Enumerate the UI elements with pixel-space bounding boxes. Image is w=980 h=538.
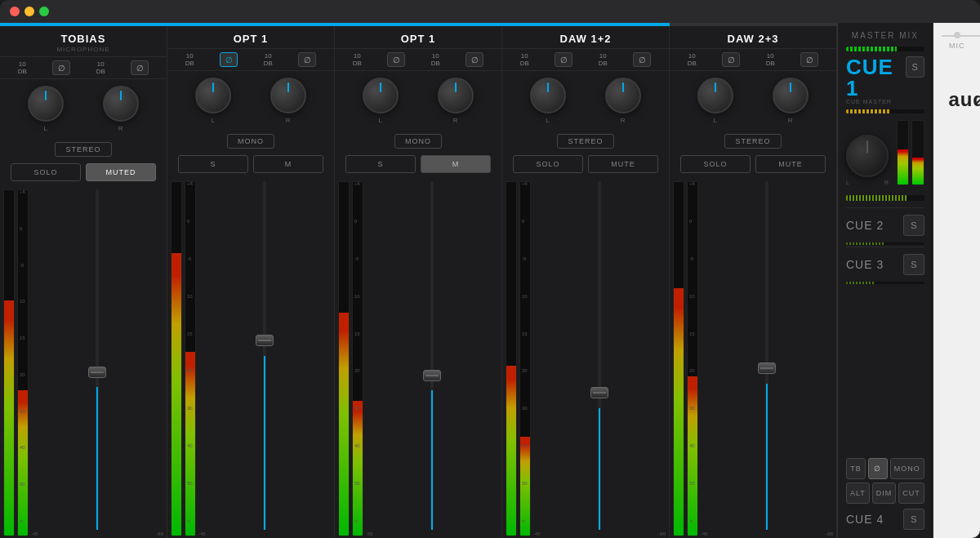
tobias-solo-btn[interactable]: SOLO: [11, 163, 81, 181]
alt-button[interactable]: ALT: [846, 482, 870, 504]
cut-button[interactable]: CUT: [898, 482, 924, 504]
daw23-knob-right[interactable]: [773, 78, 808, 113]
daw12-knob-R: R: [605, 78, 641, 124]
tobias-knob-L-label: L: [44, 125, 48, 132]
channel-daw12: DAW 1+2 10DB ∅ 10DB ∅ L: [502, 26, 670, 538]
opt1a-knob-right[interactable]: [270, 78, 306, 113]
cue2-label: CUE 2: [846, 219, 884, 232]
tobias-phase1[interactable]: ∅: [52, 60, 70, 75]
cue1-title: CUE 1: [846, 56, 906, 99]
close-button[interactable]: [10, 7, 20, 16]
opt1a-m-btn[interactable]: M: [253, 155, 323, 173]
tobias-knob-R-label: R: [118, 125, 123, 132]
channels-container: TOBIAS MICROPHONE 10DB ∅ 10DB ∅ L: [0, 26, 837, 538]
cue3-dot-bar: [846, 242, 924, 245]
daw12-phase2[interactable]: ∅: [633, 52, 651, 67]
cue1-knob-R: R: [884, 180, 889, 185]
cue3-row: CUE 3 S: [846, 247, 924, 282]
daw12-solo-btn[interactable]: SOLO: [513, 155, 583, 173]
daw23-mute-btn[interactable]: MUTE: [755, 155, 826, 173]
opt1a-db2: 10DB: [264, 52, 273, 67]
daw12-stereo-row: STEREO: [502, 131, 669, 152]
opt1a-stereo-btn[interactable]: MONO: [227, 134, 274, 149]
opt1a-fader-handle[interactable]: [256, 335, 274, 346]
channel-opt1-b: OPT 1 10DB ∅ 10DB ∅ L: [335, 26, 502, 538]
opt1b-phase1[interactable]: ∅: [387, 52, 405, 67]
audient-sidebar: MIC OPT DAW audient iD: [933, 23, 980, 538]
cue4-s-button[interactable]: S: [903, 509, 924, 530]
opt1a-knob-left[interactable]: [195, 78, 231, 113]
minimize-button[interactable]: [24, 7, 34, 16]
maximize-button[interactable]: [39, 7, 49, 16]
opt1b-header: OPT 1: [335, 26, 501, 49]
tobias-knobs-row: L R: [0, 79, 167, 139]
svg-text:audient: audient: [948, 88, 980, 110]
opt1b-phase2[interactable]: ∅: [466, 52, 483, 67]
daw12-knob-right[interactable]: [605, 78, 641, 113]
daw23-knob-left[interactable]: [697, 78, 733, 113]
bottom-buttons-row2: ALT DIM CUT: [846, 482, 924, 504]
opt1b-bottom-label: -56: [366, 531, 373, 536]
daw23-solo-mute-row: SOLO MUTE: [670, 152, 836, 176]
opt1b-m-btn[interactable]: M: [421, 155, 491, 173]
daw12-bottom-label-L: -45: [533, 531, 541, 536]
id-label: iD: [942, 120, 980, 130]
daw12-header: DAW 1+2: [502, 26, 669, 49]
main-content: TOBIAS MICROPHONE 10DB ∅ 10DB ∅ L: [0, 23, 980, 538]
daw23-phase2[interactable]: ∅: [800, 52, 818, 67]
audient-logo: audient iD: [942, 82, 980, 130]
daw23-db2: 10DB: [766, 52, 775, 67]
daw12-mute-btn[interactable]: MUTE: [588, 155, 658, 173]
cue1-s-button[interactable]: S: [906, 56, 924, 78]
cue1-sub: CUE MASTER: [846, 99, 906, 104]
mono-button[interactable]: MONO: [890, 458, 924, 479]
opt1b-fader-handle[interactable]: [423, 370, 441, 381]
opt1b-knob-right[interactable]: [438, 78, 474, 113]
opt1b-name: OPT 1: [343, 33, 493, 45]
daw12-fader-handle[interactable]: [590, 387, 608, 398]
daw12-db2: 10DB: [599, 52, 608, 67]
master-vu-top: [846, 47, 924, 51]
daw12-phase1[interactable]: ∅: [555, 52, 572, 67]
tobias-fader-handle[interactable]: [88, 367, 106, 378]
daw12-bottom-label-R: -88: [658, 531, 666, 536]
phase-button[interactable]: ∅: [868, 458, 888, 479]
daw23-stereo-btn[interactable]: STEREO: [724, 134, 781, 149]
opt1b-knob-left[interactable]: [363, 78, 399, 113]
daw12-knob-left[interactable]: [530, 78, 566, 113]
cue3-s-button[interactable]: S: [903, 254, 924, 275]
tobias-knob-right[interactable]: [103, 86, 139, 122]
cue2-s-button[interactable]: S: [903, 215, 924, 236]
daw23-solo-btn[interactable]: SOLO: [680, 155, 751, 173]
opt1b-meter-L: [338, 181, 350, 536]
tobias-controls-row: 10DB ∅ 10DB ∅: [0, 57, 167, 79]
tb-button[interactable]: TB: [846, 458, 866, 479]
mic-tab-label[interactable]: MIC: [949, 42, 965, 50]
cue1-level-knob[interactable]: [846, 135, 889, 177]
dim-button[interactable]: DIM: [872, 482, 897, 504]
daw12-db1: 10DB: [520, 52, 529, 67]
channel-daw23: DAW 2+3 10DB ∅ 10DB ∅ L: [670, 26, 837, 538]
daw23-meter-L: [673, 181, 684, 536]
opt1a-name: OPT 1: [176, 33, 326, 45]
tobias-header: TOBIAS MICROPHONE: [0, 26, 167, 57]
tobias-meter-L: [3, 189, 15, 536]
opt1a-phase1[interactable]: ∅: [220, 52, 238, 67]
opt1b-knobs-row: L R: [335, 71, 501, 131]
opt1b-knob-R: R: [438, 78, 474, 124]
opt1b-s-btn[interactable]: S: [345, 155, 416, 173]
tobias-mute-btn[interactable]: MUTED: [86, 163, 156, 181]
opt1a-s-btn[interactable]: S: [178, 155, 248, 173]
opt1a-solo-mute-row: S M: [167, 152, 334, 176]
daw23-phase1[interactable]: ∅: [722, 52, 740, 67]
tobias-phase2[interactable]: ∅: [131, 60, 149, 75]
opt1a-phase2[interactable]: ∅: [298, 52, 316, 67]
tobias-knob-left[interactable]: [28, 86, 64, 122]
cue4-label: CUE 4: [846, 513, 884, 526]
daw12-stereo-btn[interactable]: STEREO: [557, 134, 613, 149]
cue1-knob-meter-row: L R: [846, 120, 924, 185]
cue4-dot-bar: [846, 282, 924, 284]
tobias-stereo-btn[interactable]: STEREO: [55, 142, 111, 157]
opt1b-stereo-btn[interactable]: MONO: [394, 134, 442, 149]
daw23-fader-handle[interactable]: [758, 362, 776, 374]
